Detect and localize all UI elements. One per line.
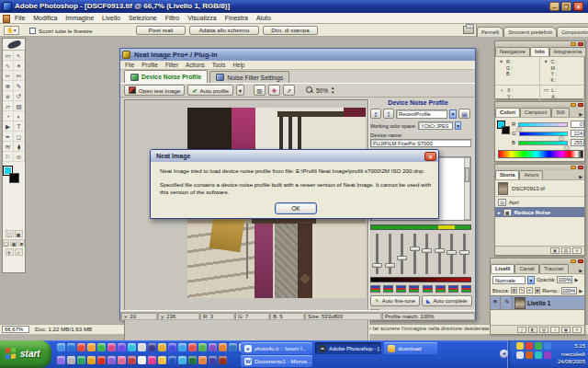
tab-tracciati[interactable]: Tracciati — [539, 264, 569, 273]
print-icon[interactable] — [463, 26, 474, 34]
palette-close-icon[interactable] — [578, 103, 583, 107]
restore-button[interactable]: ❐ — [561, 2, 571, 11]
auto-fine-tune-button[interactable]: ✎ Auto fine-tune — [370, 295, 420, 306]
app-icon[interactable] — [67, 343, 75, 351]
app-icon[interactable] — [87, 343, 96, 351]
chevron-down-icon[interactable]: ▼ — [449, 109, 457, 119]
lock-pixels-icon[interactable]: ✎ — [519, 287, 526, 293]
menu-modifica[interactable]: Modifica — [33, 15, 57, 21]
photoshop-feather-logo[interactable] — [3, 39, 25, 51]
tool-zoom-icon[interactable]: ⊙ — [14, 152, 25, 162]
noise-slider-handle[interactable] — [372, 263, 382, 268]
slider-handle-icon[interactable] — [564, 145, 570, 149]
tool-healing-brush-icon[interactable]: ⊕ — [3, 81, 14, 91]
app-icon[interactable] — [229, 343, 237, 351]
ni-menu-filter[interactable]: Filter — [165, 62, 178, 68]
photoshop-title-bar[interactable]: Adobe Photoshop - [DSCF0913.tif @ 66,7% … — [0, 0, 588, 13]
app-icon[interactable] — [516, 351, 524, 359]
app-icon[interactable] — [77, 343, 85, 351]
app-icon[interactable] — [526, 351, 533, 359]
noise-slider-3[interactable] — [410, 233, 420, 275]
jump-to-imageready-icon[interactable]: ✈ — [6, 248, 14, 256]
history-snapshot-row[interactable]: DSCF0913.tif — [495, 180, 584, 197]
noise-slider-7[interactable] — [459, 233, 469, 275]
app-icon[interactable] — [107, 356, 116, 364]
tool-eyedropper-icon[interactable]: ⧫ — [14, 142, 25, 152]
palette-bg-swatch[interactable] — [502, 126, 510, 134]
app-icon[interactable] — [148, 343, 156, 351]
app-icon[interactable] — [188, 356, 197, 364]
edit-in-icon[interactable]: ✓ — [15, 248, 23, 256]
app-icon[interactable] — [128, 343, 136, 351]
auto-profile-button[interactable]: ✔ Auto profile — [187, 85, 233, 96]
layer-set-icon[interactable]: ▤ — [539, 327, 548, 333]
tool-gradient-icon[interactable]: ▨ — [14, 101, 25, 111]
slider-handle-icon[interactable] — [516, 127, 522, 131]
menu-finestra[interactable]: Finestra — [225, 15, 248, 21]
tab-device-noise-profile[interactable]: Device Noise Profile — [124, 70, 208, 83]
working-color-space-select[interactable]: YCbCr,JPEG — [418, 121, 453, 130]
ok-button[interactable]: OK — [275, 202, 317, 214]
app-icon[interactable] — [128, 356, 136, 364]
tab-colori[interactable]: Colori — [495, 108, 520, 117]
palette-menu-icon[interactable]: ▶ — [577, 268, 584, 273]
app-icon[interactable] — [87, 356, 96, 364]
trash-icon[interactable]: ✕ — [572, 247, 582, 254]
app-icon[interactable] — [535, 351, 542, 359]
palette-close-icon[interactable] — [578, 259, 583, 263]
lock-all-icon[interactable]: ▣ — [535, 287, 541, 293]
noise-slider-handle[interactable] — [435, 248, 445, 253]
opacity-value[interactable]: 100% — [557, 276, 572, 283]
menu-selezione[interactable]: Selezione — [129, 15, 157, 21]
spinner-icon[interactable]: ▶ — [574, 277, 578, 282]
menu-filtro[interactable]: Filtro — [165, 15, 180, 21]
color-ramp[interactable] — [498, 150, 583, 158]
task-photo4u[interactable]: e photo4u.it :: forum f... — [241, 342, 312, 354]
adatta-allo-schermo-button[interactable]: Adatta allo schermo — [189, 26, 259, 35]
standard-mode-icon[interactable]: ◻ — [6, 230, 14, 237]
channel-g-value[interactable]: 224 — [571, 130, 584, 137]
app-icon[interactable] — [219, 343, 227, 351]
task-word-document[interactable]: W Documento1 - Micros... — [241, 355, 312, 367]
palette-close-icon[interactable] — [578, 42, 583, 46]
ni-menu-tools[interactable]: Tools — [212, 62, 226, 68]
menu-visualizza[interactable]: Visualizza — [187, 15, 216, 21]
load-profile-icon[interactable]: ↥ — [370, 109, 381, 119]
color-slider[interactable] — [518, 141, 568, 145]
app-icon[interactable] — [198, 343, 207, 351]
menu-file[interactable]: File — [15, 15, 25, 21]
view-channels-icon[interactable]: ❖ — [268, 85, 280, 96]
neat-image-title-bar[interactable]: Neat Image Pro+ / Plug-in — [120, 49, 475, 61]
tool-hand-icon[interactable]: ⚐ — [3, 152, 14, 162]
tool-slice-icon[interactable]: ✄ — [14, 71, 25, 81]
tool-shape-icon[interactable]: ◻ — [14, 132, 25, 142]
palette-close-icon[interactable] — [578, 166, 583, 169]
tab-livelli[interactable]: Livelli — [491, 264, 514, 273]
scroll-all-windows-checkbox[interactable] — [29, 28, 36, 34]
app-icon[interactable] — [188, 343, 197, 351]
app-icon[interactable] — [57, 343, 65, 351]
noise-slider-handle[interactable] — [410, 247, 420, 251]
app-icon[interactable] — [219, 356, 227, 364]
screen-mode2-icon[interactable]: ▣ — [10, 239, 17, 247]
task-download[interactable]: download — [384, 342, 437, 354]
visibility-eye-icon[interactable]: 👁 — [491, 295, 501, 310]
auto-complete-button[interactable]: ◣ Auto complete — [422, 295, 472, 306]
layer-row-livello1[interactable]: 👁 ✎ Livello 1 — [491, 295, 584, 310]
ni-menu-file[interactable]: File — [125, 62, 134, 68]
app-icon[interactable] — [118, 356, 126, 364]
new-layer-icon[interactable]: ▣ — [561, 327, 571, 333]
layer-mask-icon[interactable]: ◧ — [528, 327, 537, 333]
app-icon[interactable] — [168, 343, 176, 351]
palette-menu-icon[interactable]: ▶ — [577, 111, 584, 117]
tool-eraser-icon[interactable]: ▱ — [3, 101, 14, 111]
noise-slider-handle[interactable] — [422, 248, 432, 253]
palette-menu-icon[interactable]: ▶ — [577, 174, 584, 179]
app-icon[interactable] — [138, 356, 146, 364]
app-icon[interactable] — [138, 343, 146, 351]
color-slider[interactable] — [518, 122, 568, 127]
app-icon[interactable] — [209, 356, 217, 364]
tool-clone-stamp-icon[interactable]: ⌀ — [3, 91, 14, 101]
layer-style-icon[interactable]: ⨍ — [517, 327, 526, 333]
printer-icon[interactable]: ▤ — [458, 109, 470, 119]
